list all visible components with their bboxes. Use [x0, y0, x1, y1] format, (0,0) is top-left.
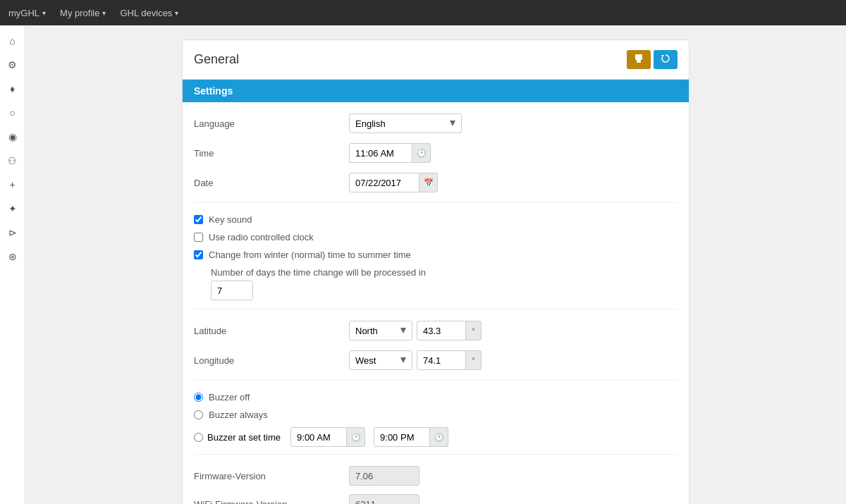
date-row: Date 📅 — [194, 173, 678, 192]
longitude-controls: West East ° — [349, 350, 482, 370]
latitude-value-wrap: ° — [417, 321, 482, 340]
save-button[interactable] — [627, 50, 651, 69]
divider-2 — [194, 309, 678, 309]
buzzer-end-group: 🕐 — [374, 427, 448, 447]
longitude-label: Longitude — [194, 355, 349, 366]
summer-time-label: Change from winter (normal) time to summ… — [209, 250, 411, 260]
time-clock-icon[interactable]: 🕐 — [412, 143, 431, 163]
svg-marker-2 — [661, 55, 664, 57]
date-input[interactable] — [349, 173, 419, 192]
buzzer-off-radio[interactable] — [194, 393, 203, 402]
divider-4 — [194, 454, 678, 455]
sidebar-globe-icon[interactable]: ◉ — [3, 127, 23, 147]
longitude-value-wrap: ° — [417, 350, 482, 370]
svg-rect-1 — [637, 60, 641, 63]
settings-section-header: Settings — [183, 80, 689, 102]
latitude-controls: North Non South ° — [349, 321, 482, 340]
longitude-unit: ° — [466, 350, 482, 370]
page-header: General — [183, 40, 689, 80]
page-title: General — [194, 52, 239, 67]
latitude-label: Latitude — [194, 326, 349, 336]
sidebar-add-icon[interactable]: + — [3, 175, 23, 195]
longitude-row: Longitude West East ° — [194, 350, 678, 370]
time-label: Time — [194, 148, 349, 159]
navbar: myGHL ▾ My profile ▾ GHL devices ▾ — [0, 0, 846, 25]
refresh-icon — [661, 54, 670, 63]
buzzer-start-group: 🕐 — [290, 427, 365, 447]
buzzer-set-time-radio[interactable] — [194, 433, 203, 442]
wifi-firmware-label: WiFi-Firmware-Version — [194, 499, 349, 505]
key-sound-checkbox[interactable] — [194, 215, 203, 224]
key-sound-label: Key sound — [209, 214, 252, 225]
wifi-firmware-value — [349, 494, 419, 504]
layout: ⌂ ⚙ ♦ ○ ◉ ⚇ + ✦ ⊳ ⊛ General — [0, 25, 846, 504]
brand-caret: ▾ — [42, 9, 46, 17]
wifi-firmware-row: WiFi-Firmware-Version — [194, 494, 678, 504]
key-sound-row: Key sound — [194, 214, 678, 225]
my-profile-caret: ▾ — [102, 9, 106, 17]
buzzer-end-clock-icon[interactable]: 🕐 — [430, 427, 448, 447]
buzzer-end-input[interactable] — [374, 427, 430, 447]
radio-clock-checkbox[interactable] — [194, 233, 203, 242]
settings-body: Language English German French Spanish T… — [183, 102, 689, 504]
firmware-value — [349, 466, 419, 486]
sidebar-tools-icon[interactable]: ✦ — [3, 199, 23, 219]
sidebar-pin-icon[interactable]: ♦ — [3, 79, 23, 99]
language-label: Language — [194, 118, 349, 129]
latitude-value-input[interactable] — [417, 321, 466, 340]
summer-time-checkbox[interactable] — [194, 250, 203, 259]
buzzer-off-row: Buzzer off — [194, 392, 678, 402]
refresh-button[interactable] — [654, 50, 678, 69]
date-calendar-icon[interactable]: 📅 — [419, 173, 438, 192]
sidebar-home-icon[interactable]: ⌂ — [3, 31, 23, 51]
sidebar: ⌂ ⚙ ♦ ○ ◉ ⚇ + ✦ ⊳ ⊛ — [0, 25, 25, 504]
save-icon — [634, 54, 644, 63]
ghl-devices-caret: ▾ — [175, 9, 178, 17]
time-input-group: 🕐 — [349, 143, 431, 163]
buzzer-always-row: Buzzer always — [194, 410, 678, 420]
buzzer-start-clock-icon[interactable]: 🕐 — [347, 427, 365, 447]
header-buttons — [627, 50, 678, 69]
buzzer-always-radio[interactable] — [194, 410, 203, 419]
longitude-dir-select[interactable]: West East — [349, 350, 412, 370]
latitude-dir-select[interactable]: North Non South — [349, 321, 412, 340]
divider-1 — [194, 202, 678, 203]
navbar-brand[interactable]: myGHL ▾ — [8, 8, 46, 18]
summer-time-row: Change from winter (normal) time to summ… — [194, 250, 678, 260]
firmware-row: Firmware-Version — [194, 466, 678, 486]
navbar-ghl-devices[interactable]: GHL devices ▾ — [120, 8, 178, 18]
days-input[interactable] — [211, 281, 253, 300]
sidebar-users-icon[interactable]: ⚇ — [3, 151, 23, 171]
buzzer-always-label: Buzzer always — [209, 410, 268, 420]
language-select[interactable]: English German French Spanish — [349, 113, 462, 133]
buzzer-set-time-row: Buzzer at set time 🕐 🕐 — [194, 427, 678, 447]
days-row: Number of days the time change will be p… — [211, 267, 678, 300]
date-label: Date — [194, 178, 349, 188]
svg-rect-0 — [635, 54, 642, 60]
latitude-row: Latitude North Non South ° — [194, 321, 678, 340]
buzzer-off-label: Buzzer off — [209, 392, 250, 402]
radio-clock-label: Use radio controlled clock — [209, 232, 314, 242]
main-content: General — [25, 25, 846, 504]
longitude-value-input[interactable] — [417, 350, 466, 370]
sidebar-share-icon[interactable]: ⊳ — [3, 223, 23, 242]
radio-clock-row: Use radio controlled clock — [194, 232, 678, 242]
time-input[interactable] — [349, 143, 412, 163]
buzzer-start-input[interactable] — [290, 427, 347, 447]
time-row: Time 🕐 — [194, 143, 678, 163]
days-label: Number of days the time change will be p… — [211, 267, 678, 278]
page-card: General — [182, 39, 689, 504]
sidebar-clock-icon[interactable]: ○ — [3, 103, 23, 123]
latitude-unit: ° — [466, 321, 482, 340]
buzzer-set-time-label: Buzzer at set time — [207, 432, 281, 443]
firmware-label: Firmware-Version — [194, 471, 349, 481]
sidebar-badge-icon[interactable]: ⊛ — [3, 247, 23, 266]
divider-3 — [194, 380, 678, 381]
language-row: Language English German French Spanish — [194, 113, 678, 133]
navbar-my-profile[interactable]: My profile ▾ — [60, 8, 106, 18]
sidebar-settings-icon[interactable]: ⚙ — [3, 55, 23, 75]
date-input-group: 📅 — [349, 173, 438, 192]
